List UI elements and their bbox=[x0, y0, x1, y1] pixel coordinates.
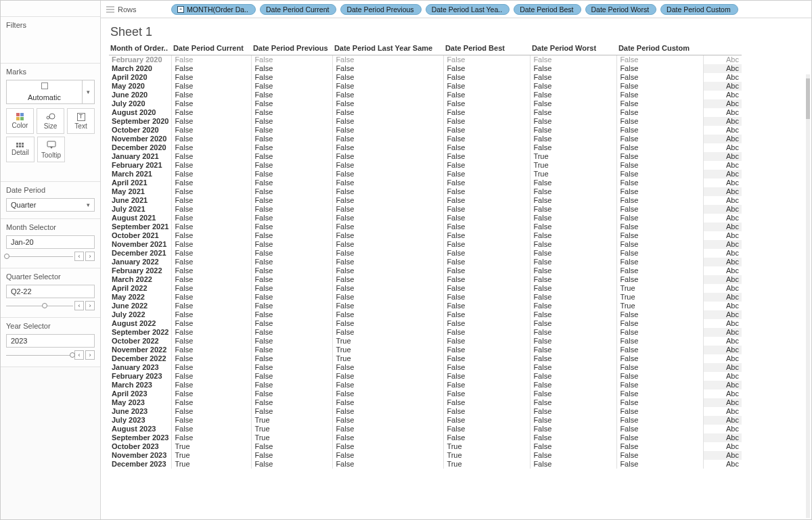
table-row[interactable]: October 2020FalseFalseFalseFalseFalseFal… bbox=[109, 126, 742, 135]
row-pill[interactable]: Date Period Current bbox=[260, 4, 336, 15]
table-row[interactable]: September 2021FalseFalseFalseFalseFalseF… bbox=[109, 222, 742, 231]
table-row[interactable]: October 2023TrueFalseFalseTrueFalseFalse… bbox=[109, 442, 742, 451]
table-header[interactable]: Date Period Custom bbox=[617, 42, 704, 55]
abc-cell: Abc bbox=[704, 460, 742, 469]
slider-thumb[interactable] bbox=[42, 303, 47, 308]
table-row[interactable]: March 2020FalseFalseFalseFalseFalseFalse… bbox=[109, 64, 742, 73]
row-pill[interactable]: +MONTH(Order Da.. bbox=[171, 4, 256, 15]
year-next-button[interactable]: › bbox=[85, 350, 95, 360]
table-row[interactable]: September 2023FalseTrueFalseFalseFalseFa… bbox=[109, 433, 742, 442]
expand-pill-icon[interactable]: + bbox=[177, 6, 184, 13]
row-pill[interactable]: Date Period Last Yea.. bbox=[426, 4, 510, 15]
filters-card[interactable]: Filters bbox=[1, 17, 100, 64]
marks-type-dropdown[interactable]: ▾ bbox=[83, 80, 95, 104]
slider-thumb[interactable] bbox=[4, 254, 9, 259]
table-row[interactable]: June 2021FalseFalseFalseFalseFalseFalseA… bbox=[109, 196, 742, 205]
table-row[interactable]: March 2022FalseFalseFalseFalseFalseFalse… bbox=[109, 275, 742, 284]
table-header[interactable]: Date Period Best bbox=[444, 42, 531, 55]
month-cell: February 2022 bbox=[109, 266, 172, 275]
row-pill[interactable]: Date Period Worst bbox=[585, 4, 657, 15]
data-table: Month of Order..Date Period CurrentDate … bbox=[109, 42, 742, 469]
table-row[interactable]: June 2023FalseFalseFalseFalseFalseFalseA… bbox=[109, 407, 742, 416]
quarter-next-button[interactable]: › bbox=[85, 301, 95, 310]
table-row[interactable]: May 2020FalseFalseFalseFalseFalseFalseAb… bbox=[109, 82, 742, 91]
abc-cell: Abc bbox=[704, 337, 742, 346]
table-row[interactable]: May 2023FalseFalseFalseFalseFalseFalseAb… bbox=[109, 398, 742, 407]
table-row[interactable]: November 2021FalseFalseFalseFalseFalseFa… bbox=[109, 240, 742, 249]
table-row[interactable]: July 2021FalseFalseFalseFalseFalseFalseA… bbox=[109, 205, 742, 214]
table-row[interactable]: November 2020FalseFalseFalseFalseFalseFa… bbox=[109, 135, 742, 143]
table-row[interactable]: May 2021FalseFalseFalseFalseFalseFalseAb… bbox=[109, 187, 742, 196]
slider-thumb[interactable] bbox=[70, 352, 75, 358]
table-row[interactable]: February 2020FalseFalseFalseFalseFalseFa… bbox=[109, 55, 742, 65]
table-header[interactable]: Date Period Worst bbox=[531, 42, 617, 55]
table-row[interactable]: December 2021FalseFalseFalseFalseFalseFa… bbox=[109, 249, 742, 258]
table-row[interactable]: June 2022FalseFalseFalseFalseFalseTrueAb… bbox=[109, 302, 742, 310]
year-selector-slider[interactable] bbox=[6, 352, 73, 358]
marks-detail-button[interactable]: Detail bbox=[6, 137, 35, 162]
row-pill[interactable]: Date Period Custom bbox=[660, 4, 738, 15]
table-row[interactable]: March 2023FalseFalseFalseFalseFalseFalse… bbox=[109, 381, 742, 389]
table-row[interactable]: April 2023FalseFalseFalseFalseFalseFalse… bbox=[109, 389, 742, 398]
table-header[interactable]: Date Period Previous bbox=[252, 42, 333, 55]
table-row[interactable]: January 2022FalseFalseFalseFalseFalseFal… bbox=[109, 258, 742, 266]
quarter-prev-button[interactable]: ‹ bbox=[74, 301, 84, 310]
marks-size-button[interactable]: Size bbox=[37, 108, 64, 134]
quarter-selector-input[interactable]: Q2-22 bbox=[6, 285, 95, 298]
table-row[interactable]: April 2020FalseFalseFalseFalseFalseFalse… bbox=[109, 73, 742, 82]
rows-shelf[interactable]: Rows +MONTH(Order Da..Date Period Curren… bbox=[101, 1, 811, 18]
table-header[interactable]: Month of Order.. bbox=[109, 42, 172, 55]
value-cell: False bbox=[531, 240, 617, 249]
table-row[interactable]: November 2022FalseFalseTrueFalseFalseFal… bbox=[109, 346, 742, 354]
month-selector-input[interactable]: Jan-20 bbox=[6, 235, 95, 249]
row-pill[interactable]: Date Period Previous bbox=[340, 4, 421, 15]
table-row[interactable]: August 2020FalseFalseFalseFalseFalseFals… bbox=[109, 108, 742, 117]
scrollbar-thumb[interactable] bbox=[806, 78, 810, 119]
table-row[interactable]: June 2020FalseFalseFalseFalseFalseFalseA… bbox=[109, 91, 742, 99]
value-cell: False bbox=[531, 222, 617, 231]
date-period-select[interactable]: Quarter ▾ bbox=[6, 198, 95, 212]
table-row[interactable]: September 2022FalseFalseFalseFalseFalseF… bbox=[109, 328, 742, 337]
month-selector-slider[interactable] bbox=[6, 253, 73, 260]
quarter-selector-slider[interactable] bbox=[6, 302, 73, 309]
table-row[interactable]: July 2023FalseTrueFalseFalseFalseFalseAb… bbox=[109, 416, 742, 425]
table-row[interactable]: January 2021FalseFalseFalseFalseTrueFals… bbox=[109, 152, 742, 161]
value-cell: False bbox=[333, 82, 444, 91]
row-pill[interactable]: Date Period Best bbox=[514, 4, 581, 15]
table-row[interactable]: April 2021FalseFalseFalseFalseFalseFalse… bbox=[109, 179, 742, 187]
value-cell: False bbox=[252, 161, 333, 170]
table-row[interactable]: August 2023FalseTrueFalseFalseFalseFalse… bbox=[109, 425, 742, 433]
table-row[interactable]: October 2022FalseFalseTrueFalseFalseFals… bbox=[109, 337, 742, 346]
table-row[interactable]: December 2023TrueFalseFalseTrueFalseFals… bbox=[109, 460, 742, 469]
value-cell: True bbox=[252, 425, 333, 433]
marks-text-button[interactable]: T Text bbox=[67, 108, 95, 134]
table-row[interactable]: November 2023TrueFalseFalseTrueFalseFals… bbox=[109, 451, 742, 460]
table-row[interactable]: September 2020FalseFalseFalseFalseFalseF… bbox=[109, 117, 742, 126]
table-row[interactable]: April 2022FalseFalseFalseFalseFalseTrueA… bbox=[109, 284, 742, 293]
table-header[interactable]: Date Period Last Year Same bbox=[333, 42, 444, 55]
marks-tooltip-button[interactable]: Tooltip bbox=[37, 137, 66, 162]
table-header[interactable]: Date Period Current bbox=[172, 42, 252, 55]
vertical-scrollbar[interactable] bbox=[806, 74, 810, 518]
table-row[interactable]: July 2022FalseFalseFalseFalseFalseFalseA… bbox=[109, 310, 742, 319]
table-row[interactable]: December 2022FalseFalseTrueFalseFalseFal… bbox=[109, 354, 742, 363]
abc-cell: Abc bbox=[704, 152, 742, 161]
year-prev-button[interactable]: ‹ bbox=[74, 350, 84, 360]
table-row[interactable]: January 2023FalseFalseFalseFalseFalseFal… bbox=[109, 363, 742, 372]
table-row[interactable]: July 2020FalseFalseFalseFalseFalseFalseA… bbox=[109, 99, 742, 108]
table-row[interactable]: February 2021FalseFalseFalseFalseTrueFal… bbox=[109, 161, 742, 170]
month-cell: January 2021 bbox=[109, 152, 172, 161]
marks-color-button[interactable]: Color bbox=[6, 108, 34, 134]
month-prev-button[interactable]: ‹ bbox=[74, 252, 84, 261]
table-row[interactable]: March 2021FalseFalseFalseFalseTrueFalseA… bbox=[109, 170, 742, 179]
month-next-button[interactable]: › bbox=[85, 252, 95, 261]
table-row[interactable]: May 2022FalseFalseFalseFalseFalseTrueAbc bbox=[109, 293, 742, 302]
table-row[interactable]: December 2020FalseFalseFalseFalseFalseFa… bbox=[109, 143, 742, 152]
table-row[interactable]: February 2022FalseFalseFalseFalseFalseFa… bbox=[109, 266, 742, 275]
table-row[interactable]: February 2023FalseFalseFalseFalseFalseFa… bbox=[109, 372, 742, 381]
marks-type-select[interactable]: Automatic ▾ bbox=[6, 80, 95, 104]
table-row[interactable]: October 2021FalseFalseFalseFalseFalseFal… bbox=[109, 231, 742, 240]
table-row[interactable]: August 2021FalseFalseFalseFalseFalseFals… bbox=[109, 214, 742, 222]
table-row[interactable]: August 2022FalseFalseFalseFalseFalseFals… bbox=[109, 319, 742, 328]
year-selector-input[interactable]: 2023 bbox=[6, 334, 95, 348]
